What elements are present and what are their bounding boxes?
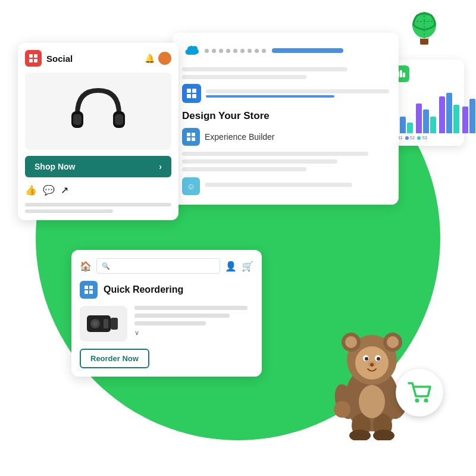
svg-rect-19	[192, 133, 195, 136]
store-top-bar	[272, 48, 343, 53]
cart-icon: 🛒	[242, 261, 253, 272]
balloon-icon	[408, 11, 440, 49]
chevron-down-icon: ∨	[134, 329, 139, 337]
social-header-icons: 🔔	[145, 52, 171, 65]
svg-rect-6	[29, 54, 33, 58]
svg-point-44	[377, 357, 380, 361]
svg-rect-13	[115, 114, 123, 125]
store-nav-icon	[182, 84, 201, 103]
svg-rect-33	[104, 319, 108, 328]
headphone-image-area	[25, 73, 171, 150]
svg-rect-27	[84, 290, 88, 294]
svg-point-43	[365, 357, 368, 361]
svg-rect-25	[84, 286, 88, 289]
svg-rect-23	[400, 70, 402, 77]
social-card-title: Social	[46, 54, 140, 64]
svg-point-32	[93, 321, 98, 326]
svg-point-39	[387, 336, 399, 348]
user-icon: 👤	[225, 261, 237, 272]
quick-reorder-card: 🏠 🔍 👤 🛒 Quick Reordering	[71, 250, 262, 377]
svg-rect-26	[89, 286, 93, 289]
svg-rect-18	[187, 133, 190, 136]
experience-builder-label: Experience Builder	[205, 132, 275, 142]
store-design-title: Design Your Store	[182, 110, 389, 122]
svg-point-54	[334, 401, 350, 418]
experience-builder-icon	[182, 128, 200, 146]
svg-point-53	[359, 385, 385, 418]
svg-rect-24	[403, 73, 405, 77]
social-line-2	[25, 209, 113, 213]
search-icon: 🔍	[102, 262, 110, 270]
home-icon: 🏠	[80, 261, 92, 272]
experience-builder-section: Experience Builder	[182, 128, 389, 146]
svg-rect-17	[192, 94, 196, 98]
svg-rect-7	[34, 54, 37, 58]
reorder-nav-bar: 🏠 🔍 👤 🛒	[80, 258, 253, 274]
social-card: Social 🔔 Shop Now › 👍 💬 ↗	[18, 43, 178, 220]
svg-rect-15	[192, 89, 196, 93]
cart-badge	[396, 369, 443, 416]
reorder-title: Quick Reordering	[104, 284, 183, 295]
svg-point-46	[370, 363, 374, 367]
social-action-icons: 👍 💬 ↗	[25, 182, 171, 198]
svg-rect-12	[73, 114, 82, 125]
svg-point-55	[415, 399, 419, 403]
svg-rect-9	[34, 59, 37, 62]
svg-rect-14	[187, 89, 191, 93]
reorder-title-icon	[80, 281, 98, 299]
store-icon-2: ☺	[182, 177, 200, 195]
store-second-icon-row: ☺	[182, 177, 389, 195]
social-logo-icon	[25, 50, 42, 67]
svg-rect-3	[420, 39, 428, 45]
svg-rect-8	[29, 59, 33, 62]
reorder-product-lines: ∨	[134, 306, 253, 337]
bar-chart	[393, 86, 458, 133]
reorder-now-button[interactable]: Reorder Now	[80, 349, 149, 368]
svg-rect-30	[111, 318, 118, 330]
reorder-search-bar[interactable]: 🔍	[96, 258, 220, 274]
svg-point-37	[345, 336, 357, 348]
reorder-header: Quick Reordering	[80, 281, 253, 299]
svg-rect-16	[187, 94, 191, 98]
store-content-lines	[182, 152, 389, 171]
svg-rect-21	[192, 137, 195, 141]
store-design-card: Design Your Store Experience Builder ☺	[173, 33, 399, 205]
chart-legend: S1 S2 S3	[393, 136, 458, 140]
chevron-row: ∨	[134, 329, 253, 337]
store-icon-row	[182, 84, 389, 103]
shop-now-button[interactable]: Shop Now ›	[25, 156, 171, 177]
social-line-1	[25, 203, 171, 206]
svg-point-56	[424, 399, 428, 403]
reorder-content: ∨	[80, 306, 253, 342]
svg-rect-28	[89, 290, 93, 294]
svg-rect-20	[187, 137, 190, 141]
nav-dots	[205, 49, 266, 53]
speaker-image-area	[80, 306, 127, 342]
store-card-header	[182, 42, 389, 59]
